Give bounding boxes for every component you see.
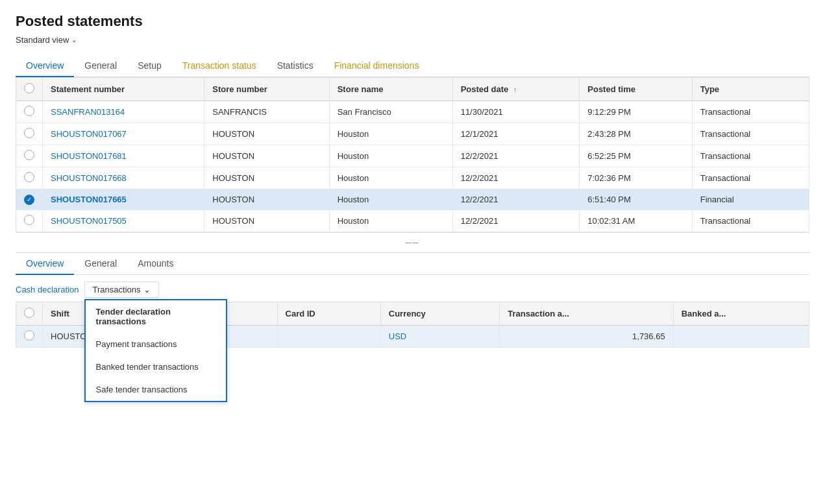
sort-icon: ↑ [513,86,517,93]
table-row[interactable]: SHOUSTON017681 HOUSTON Houston 12/2/2021… [16,145,809,167]
transactions-dropdown-menu: Tender declaration transactions Payment … [84,299,227,402]
bottom-col-currency: Currency [380,302,499,325]
posted-time: 10:02:31 AM [580,210,692,232]
tab-statistics[interactable]: Statistics [267,55,324,77]
store-name: Houston [329,167,452,189]
type: Transactional [692,123,809,145]
top-tab-bar: Overview General Setup Transaction statu… [16,55,809,77]
posted-time: 7:02:36 PM [580,167,692,189]
posted-time: 6:52:25 PM [580,145,692,167]
transactions-button[interactable]: Transactions ⌄ [84,282,159,298]
bottom-col-banked-amount: Banked a... [673,302,809,325]
tab-general[interactable]: General [74,55,127,77]
tab-overview[interactable]: Overview [16,55,74,77]
row-checkbox[interactable] [24,128,34,138]
bottom-card-id [277,325,380,347]
bottom-banked-amount [673,325,809,347]
store-number: HOUSTON [204,189,329,210]
store-name: San Francisco [329,101,452,123]
cash-declaration-link[interactable]: Cash declaration [16,285,79,294]
bottom-tab-overview[interactable]: Overview [16,253,74,275]
bottom-tab-amounts[interactable]: Amounts [127,253,184,275]
store-name: Houston [329,123,452,145]
tab-setup[interactable]: Setup [127,55,172,77]
table-row[interactable]: SSANFRAN013164 SANFRANCIS San Francisco … [16,101,809,123]
col-statement-number: Statement number [43,78,204,101]
row-checkbox-checked[interactable]: ✓ [24,195,34,205]
store-name: Houston [329,189,452,210]
store-name: Houston [329,210,452,232]
posted-time: 9:12:29 PM [580,101,692,123]
table-row[interactable]: SHOUSTON017668 HOUSTON Houston 12/2/2021… [16,167,809,189]
transactions-btn-label: Transactions [93,285,141,294]
posted-time: 2:43:28 PM [580,123,692,145]
dropdown-item-tender-declaration[interactable]: Tender declaration transactions [86,300,226,333]
page-title: Posted statements [16,13,809,30]
tab-transaction-status[interactable]: Transaction status [172,55,267,77]
posted-date: 12/2/2021 [452,167,580,189]
row-checkbox[interactable] [24,150,34,160]
posted-date: 11/30/2021 [452,101,580,123]
col-type: Type [692,78,809,101]
view-selector-label: Standard view [16,35,69,45]
bottom-toolbar: Cash declaration Transactions ⌄ Tender d… [16,275,809,302]
store-number: SANFRANCIS [204,101,329,123]
store-number: HOUSTON [204,123,329,145]
chevron-down-icon: ⌄ [71,36,77,43]
bottom-tab-bar: Overview General Amounts [16,253,809,275]
col-store-name: Store name [329,78,452,101]
posted-date: 12/2/2021 [452,189,580,210]
select-all-checkbox[interactable] [24,83,34,93]
statement-id[interactable]: SHOUSTON017505 [43,210,204,232]
statement-id[interactable]: SHOUSTON017681 [43,145,204,167]
view-selector[interactable]: Standard view ⌄ [16,35,809,45]
dropdown-item-safe-tender[interactable]: Safe tender transactions [86,378,226,401]
statement-id[interactable]: SSANFRAN013164 [43,101,204,123]
resize-handle[interactable]: –– [16,232,809,253]
posted-date: 12/2/2021 [452,210,580,232]
posted-date: 12/2/2021 [452,145,580,167]
bottom-transaction-amount: 1,736.65 [500,325,673,347]
statement-id[interactable]: SHOUSTON017665 [43,189,204,210]
type: Transactional [692,101,809,123]
statement-id[interactable]: SHOUSTON017067 [43,123,204,145]
store-name: Houston [329,145,452,167]
bottom-section: Overview General Amounts Cash declaratio… [16,253,809,348]
table-header-row: Statement number Store number Store name… [16,78,809,101]
tab-financial-dimensions[interactable]: Financial dimensions [324,55,430,77]
bottom-select-all-checkbox[interactable] [24,307,34,318]
header-checkbox-col[interactable] [16,78,43,101]
store-number: HOUSTON [204,145,329,167]
type: Transactional [692,167,809,189]
statement-id[interactable]: SHOUSTON017668 [43,167,204,189]
row-checkbox[interactable] [24,215,34,225]
bottom-col-transaction-amount: Transaction a... [500,302,673,325]
store-number: HOUSTON [204,210,329,232]
dropdown-item-banked-tender[interactable]: Banked tender transactions [86,355,226,378]
type: Financial [692,189,809,210]
chevron-down-icon: ⌄ [143,285,151,294]
bottom-tab-general[interactable]: General [74,253,127,275]
bottom-row-checkbox[interactable] [24,330,34,341]
col-posted-time: Posted time [580,78,692,101]
statements-table: Statement number Store number Store name… [16,77,809,232]
table-row[interactable]: SHOUSTON017505 HOUSTON Houston 12/2/2021… [16,210,809,232]
bottom-col-card-id: Card ID [277,302,380,325]
store-number: HOUSTON [204,167,329,189]
page-container: Posted statements Standard view ⌄ Overvi… [0,0,825,504]
posted-time: 6:51:40 PM [580,189,692,210]
posted-date: 12/1/2021 [452,123,580,145]
transactions-dropdown-container: Transactions ⌄ Tender declaration transa… [84,282,159,298]
type: Transactional [692,145,809,167]
col-posted-date[interactable]: Posted date ↑ [452,78,580,101]
bottom-header-checkbox-col[interactable] [16,302,43,325]
dropdown-item-payment[interactable]: Payment transactions [86,333,226,355]
bottom-currency[interactable]: USD [380,325,499,347]
row-checkbox[interactable] [24,172,34,182]
type: Transactional [692,210,809,232]
table-row[interactable]: SHOUSTON017067 HOUSTON Houston 12/1/2021… [16,123,809,145]
table-row-selected[interactable]: ✓ SHOUSTON017665 HOUSTON Houston 12/2/20… [16,189,809,210]
col-store-number: Store number [204,78,329,101]
row-checkbox[interactable] [24,106,34,116]
